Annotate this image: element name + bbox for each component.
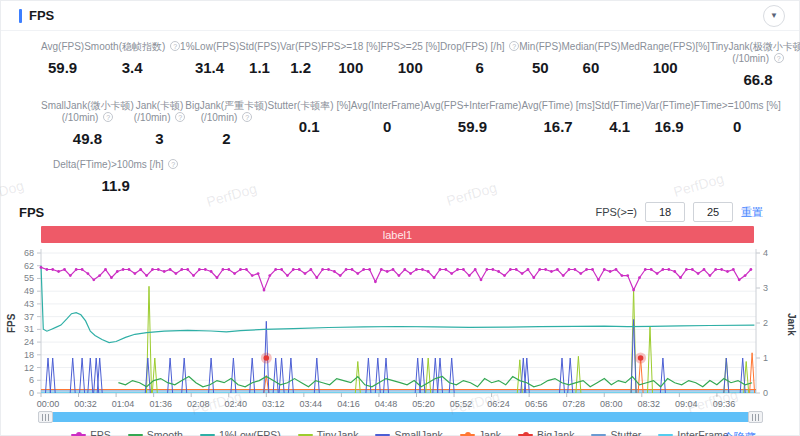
legend-item-fps[interactable]: FPS <box>71 429 110 436</box>
series-FPS-marker <box>632 289 635 292</box>
series-FPS-marker <box>345 268 348 271</box>
legend-item-smooth[interactable]: Smooth <box>128 429 183 436</box>
series-FPS-marker <box>597 278 600 281</box>
left-tick-label: 49 <box>24 286 34 296</box>
series-FPS-marker <box>732 268 735 271</box>
stat-label: Delta(FTime)>100ms [/h] ? <box>53 159 178 171</box>
series-FPS-marker <box>310 268 313 271</box>
stat-value: 6 <box>440 59 519 76</box>
help-icon[interactable]: ? <box>774 53 784 63</box>
stat-cell: SmallJank(微小卡顿)(/10min) ?49.8 <box>41 100 134 147</box>
stat-cell: Drop(FPS) [/h] ?6 <box>440 41 519 76</box>
series-FPS-marker <box>351 268 354 271</box>
legend-item-jank[interactable]: Jank <box>460 429 501 436</box>
legend-item-bigjank[interactable]: BigJank <box>518 429 574 436</box>
series-FPS-marker <box>245 268 248 271</box>
help-icon[interactable]: ? <box>170 41 180 51</box>
accent-bar <box>19 9 22 23</box>
help-icon[interactable]: ? <box>242 112 252 122</box>
fps-max-input[interactable] <box>693 202 733 222</box>
scrollbar-right-handle[interactable] <box>748 411 763 423</box>
stat-cell: TinyJank(极微小卡顿)(/10min) ?66.8 <box>710 41 800 88</box>
series-FPS-marker <box>69 274 72 277</box>
stat-cell: Avg(FPS)59.9 <box>41 41 84 76</box>
legend-item-tinyjank[interactable]: TinyJank <box>298 429 359 436</box>
right-tick-label: 0 <box>763 388 768 398</box>
legend-label: SmallJank <box>394 429 442 436</box>
series-FPS-marker <box>87 272 90 275</box>
left-tick-label: 6 <box>29 375 34 385</box>
help-icon[interactable]: ? <box>175 112 185 122</box>
series-FPS-marker <box>667 268 670 271</box>
legend-label: Stutter <box>610 429 641 436</box>
series-FPS-marker <box>685 268 688 271</box>
legend-item-stutter[interactable]: Stutter <box>591 429 641 436</box>
series-FPS-marker <box>673 270 676 273</box>
series-FPS-marker <box>709 274 712 277</box>
stat-value: 1.2 <box>280 59 321 76</box>
stat-cell: FPS>=25 [%]100 <box>381 41 440 76</box>
series-FPS-marker <box>321 268 324 271</box>
stat-value: 66.8 <box>710 71 800 88</box>
legend-item-1-low-fps-[interactable]: 1%Low(FPS) <box>200 429 281 436</box>
series-FPS-marker <box>92 278 95 281</box>
stat-row-2: SmallJank(微小卡顿)(/10min) ?49.8Jank(卡顿)(/1… <box>1 90 799 149</box>
series-FPS-marker <box>726 270 729 273</box>
fps-filter-controls: FPS(>=) 重置 <box>595 202 763 222</box>
legend-label: TinyJank <box>317 429 359 436</box>
reset-link[interactable]: 重置 <box>741 205 763 220</box>
stat-row-3: Delta(FTime)>100ms [/h] ?11.9 <box>1 149 799 196</box>
x-tick-label: 02:40 <box>224 399 247 409</box>
x-tick-label: 06:24 <box>487 399 510 409</box>
hide-all-link[interactable]: 全隐藏 <box>723 430 756 436</box>
stat-label: Min(FPS) <box>519 41 561 53</box>
series-FPS-marker <box>679 276 682 279</box>
stat-value: 11.9 <box>53 177 178 194</box>
series-FPS-marker <box>222 268 225 271</box>
series-FPS-marker <box>233 272 236 275</box>
series-FPS-marker <box>626 274 629 277</box>
stat-cell: Avg(FPS+InterFrame)59.9 <box>423 100 521 135</box>
series-TinyJank <box>147 286 749 393</box>
series-FPS-marker <box>497 270 500 273</box>
series-FPS-marker <box>415 268 418 271</box>
legend-item-interframe[interactable]: InterFrame <box>658 429 728 436</box>
scrollbar-left-handle[interactable] <box>38 411 53 423</box>
label1-banner[interactable]: label1 <box>41 226 754 243</box>
collapse-button[interactable]: ▼ <box>763 5 785 27</box>
stat-cell: Jank(卡顿)(/10min) ?3 <box>134 100 185 147</box>
series-FPS-marker <box>315 276 318 279</box>
scrollbar-track[interactable] <box>38 412 759 422</box>
series-FPS-marker <box>621 274 624 277</box>
stat-cell: MedRange(FPS)[%]100 <box>620 41 709 76</box>
fps-min-input[interactable] <box>645 202 685 222</box>
series-FPS-marker <box>615 268 618 271</box>
series-FPS-marker <box>110 276 113 279</box>
series-FPS-marker <box>462 268 465 271</box>
series-FPS-marker <box>280 268 283 271</box>
panel-title: FPS <box>29 8 54 23</box>
help-icon[interactable]: ? <box>509 41 519 51</box>
series-FPS-marker <box>521 272 524 275</box>
right-tick-label: 1 <box>763 353 768 363</box>
help-icon[interactable]: ? <box>168 159 178 169</box>
series-FPS-marker <box>40 266 43 269</box>
help-icon[interactable]: ? <box>103 112 113 122</box>
grip-icon <box>42 414 49 421</box>
series-FPS-marker <box>439 268 442 271</box>
series-FPS-marker <box>474 268 477 271</box>
stat-value: 0.1 <box>268 118 351 135</box>
series-FPS-marker <box>691 268 694 271</box>
series-FPS-marker <box>720 268 723 271</box>
left-tick-label: 55 <box>24 273 34 283</box>
stat-label: Std(FTime) <box>595 100 645 112</box>
series-FPS-marker <box>227 268 230 271</box>
stat-cell: Std(FTime)4.1 <box>595 100 645 135</box>
left-tick-label: 62 <box>24 261 34 271</box>
legend-item-smalljank[interactable]: SmallJank <box>375 429 442 436</box>
stat-value: 100 <box>620 59 709 76</box>
series-FPS-marker <box>263 289 266 292</box>
series-FPS-marker <box>591 268 594 271</box>
series-FPS-marker <box>738 278 741 281</box>
fps-chart[interactable]: 68625549433731241812604321000:0000:3201:… <box>1 245 800 411</box>
